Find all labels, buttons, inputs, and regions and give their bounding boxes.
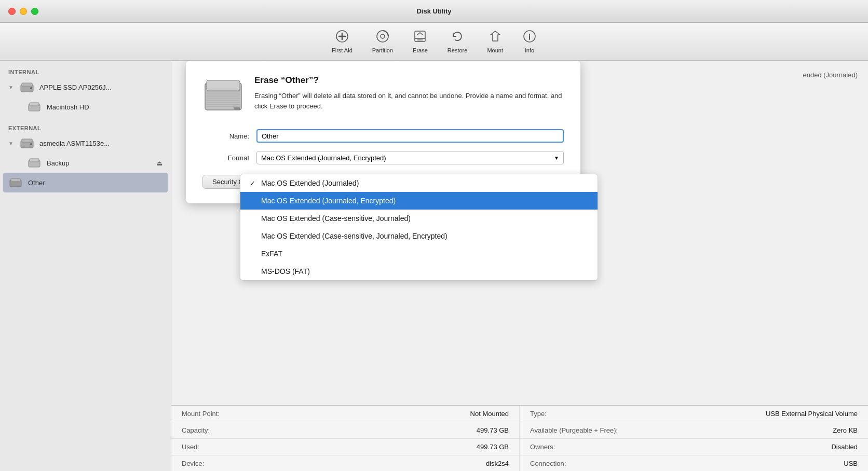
info-row-owners: Owners: Disabled bbox=[520, 439, 868, 455]
erase-button[interactable]: Erase bbox=[403, 26, 438, 57]
mount-label: Mount bbox=[487, 47, 503, 53]
mount-point-label: Mount Point: bbox=[182, 410, 220, 418]
svg-rect-21 bbox=[30, 159, 39, 162]
info-icon bbox=[523, 30, 536, 45]
available-label: Available (Purgeable + Free): bbox=[530, 426, 618, 434]
name-input[interactable] bbox=[256, 129, 564, 143]
close-button[interactable] bbox=[8, 8, 16, 15]
partition-button[interactable]: Partition bbox=[362, 26, 403, 57]
minimize-button[interactable] bbox=[20, 8, 27, 15]
info-row-available: Available (Purgeable + Free): Zero KB bbox=[520, 422, 868, 439]
dialog-header: Erase “Other”? Erasing “Other” will dele… bbox=[202, 75, 564, 117]
svg-rect-23 bbox=[11, 178, 20, 182]
external-section-header: External bbox=[0, 123, 171, 133]
partition-label: Partition bbox=[372, 47, 393, 53]
dialog-disk-image bbox=[202, 75, 244, 117]
svg-rect-13 bbox=[22, 83, 32, 86]
erase-icon bbox=[413, 30, 427, 45]
info-row-used: Used: 499.73 GB bbox=[171, 439, 520, 455]
check-icon: ✓ bbox=[250, 179, 261, 187]
partition-icon bbox=[376, 30, 389, 45]
chevron-icon-2: ▼ bbox=[8, 141, 13, 146]
backup-label: Backup bbox=[47, 159, 69, 167]
dropdown-option-mac-journaled[interactable]: ✓ Mac OS Extended (Journaled) bbox=[240, 174, 598, 192]
other-label: Other bbox=[28, 179, 45, 187]
svg-rect-16 bbox=[30, 103, 39, 106]
first-aid-icon bbox=[335, 30, 349, 45]
dropdown-chevron-icon: ▼ bbox=[554, 155, 559, 161]
type-label: Type: bbox=[530, 410, 547, 418]
maximize-button[interactable] bbox=[31, 8, 38, 15]
owners-label: Owners: bbox=[530, 443, 555, 451]
dropdown-option-msdos[interactable]: MS-DOS (FAT) bbox=[240, 262, 598, 280]
name-label: Name: bbox=[202, 132, 249, 140]
dropdown-option-mac-case-journaled-encrypted[interactable]: Mac OS Extended (Case-sensitive, Journal… bbox=[240, 227, 598, 245]
capacity-value: 499.73 GB bbox=[477, 426, 509, 434]
info-row-type: Type: USB External Physical Volume bbox=[520, 406, 868, 422]
info-row-device: Device: disk2s4 bbox=[171, 455, 520, 471]
sidebar-item-other[interactable]: Other bbox=[3, 173, 168, 192]
asmedia-label: asmedia ASMT1153e... bbox=[39, 140, 110, 147]
format-dropdown-popup: ✓ Mac OS Extended (Journaled) Mac OS Ext… bbox=[240, 174, 598, 281]
svg-rect-34 bbox=[234, 107, 240, 110]
connection-value: USB bbox=[844, 460, 858, 467]
svg-rect-18 bbox=[22, 139, 32, 142]
info-row-capacity: Capacity: 499.73 GB bbox=[171, 422, 520, 439]
chevron-icon: ▼ bbox=[8, 85, 13, 90]
owners-value: Disabled bbox=[831, 443, 858, 451]
capacity-label: Capacity: bbox=[182, 426, 210, 434]
dropdown-option-mac-journaled-encrypted[interactable]: Mac OS Extended (Journaled, Encrypted) bbox=[240, 192, 598, 210]
restore-button[interactable]: Restore bbox=[438, 26, 478, 57]
restore-icon bbox=[451, 30, 464, 45]
traffic-lights bbox=[8, 8, 38, 15]
available-value: Zero KB bbox=[833, 426, 858, 434]
option-label-3: Mac OS Extended (Case-sensitive, Journal… bbox=[261, 214, 411, 223]
device-label: Device: bbox=[182, 460, 204, 467]
svg-rect-25 bbox=[207, 80, 240, 91]
format-label: Format bbox=[202, 154, 249, 162]
format-dropdown-trigger[interactable]: Mac OS Extended (Journaled, Encrypted) ▼ bbox=[256, 151, 564, 164]
sidebar-item-asmedia[interactable]: ▼ asmedia ASMT1153e... bbox=[0, 133, 171, 153]
erase-label: Erase bbox=[413, 47, 428, 53]
content-area: ended (Journaled) bbox=[171, 61, 868, 471]
mount-button[interactable]: Mount bbox=[477, 26, 513, 57]
svg-point-10 bbox=[529, 34, 530, 35]
info-panel: Mount Point: Not Mounted Type: USB Exter… bbox=[171, 405, 868, 471]
used-label: Used: bbox=[182, 443, 199, 451]
type-value: USB External Physical Volume bbox=[766, 410, 858, 418]
eject-icon[interactable]: ⏏ bbox=[156, 159, 162, 167]
sidebar-item-apple-ssd[interactable]: ▼ APPLE SSD AP0256J... bbox=[0, 77, 171, 97]
dropdown-option-mac-case-journaled[interactable]: Mac OS Extended (Case-sensitive, Journal… bbox=[240, 210, 598, 227]
used-value: 499.73 GB bbox=[477, 443, 509, 451]
connection-label: Connection: bbox=[530, 460, 566, 467]
dialog-text: Erase “Other”? Erasing “Other” will dele… bbox=[254, 75, 564, 111]
toolbar: First Aid Partition Erase bbox=[0, 23, 868, 61]
first-aid-button[interactable]: First Aid bbox=[322, 26, 362, 57]
format-selected-value: Mac OS Extended (Journaled, Encrypted) bbox=[261, 154, 386, 162]
window-title: Disk Utility bbox=[416, 7, 451, 15]
mount-icon bbox=[489, 30, 502, 45]
volume-icon bbox=[27, 100, 42, 114]
svg-point-19 bbox=[30, 143, 32, 145]
info-button[interactable]: Info bbox=[513, 26, 546, 57]
sidebar-item-macintosh-hd[interactable]: Macintosh HD bbox=[0, 97, 171, 117]
option-label-6: MS-DOS (FAT) bbox=[261, 267, 310, 275]
internal-section-header: Internal bbox=[0, 67, 171, 77]
main-layout: Internal ▼ APPLE SSD AP0256J... Maci bbox=[0, 61, 868, 471]
svg-marker-8 bbox=[491, 31, 500, 41]
drive-icon bbox=[20, 80, 34, 94]
info-row-connection: Connection: USB bbox=[520, 455, 868, 471]
svg-point-14 bbox=[30, 87, 32, 89]
sidebar-item-backup[interactable]: Backup ⏏ bbox=[0, 153, 171, 173]
option-label-5: ExFAT bbox=[261, 250, 282, 258]
other-volume-icon bbox=[8, 175, 23, 190]
backup-volume-icon bbox=[27, 156, 42, 170]
info-label: Info bbox=[525, 47, 534, 53]
sidebar: Internal ▼ APPLE SSD AP0256J... Maci bbox=[0, 61, 171, 471]
external-drive-icon bbox=[20, 136, 34, 150]
dropdown-option-exfat[interactable]: ExFAT bbox=[240, 245, 598, 262]
dialog-description: Erasing “Other” will delete all data sto… bbox=[254, 91, 564, 111]
option-label-2: Mac OS Extended (Journaled, Encrypted) bbox=[261, 197, 396, 205]
mount-point-value: Not Mounted bbox=[470, 410, 509, 418]
svg-point-4 bbox=[381, 34, 385, 38]
